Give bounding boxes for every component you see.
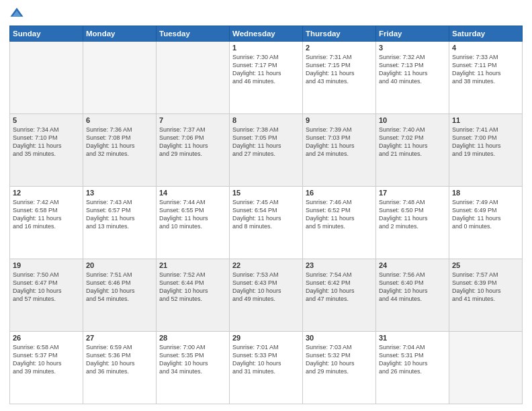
day-number: 19 [13,261,80,269]
day-info: Sunrise: 7:34 AM Sunset: 7:10 PM Dayligh… [13,126,80,158]
day-info: Sunrise: 7:50 AM Sunset: 6:47 PM Dayligh… [13,271,80,304]
day-info: Sunrise: 7:53 AM Sunset: 6:43 PM Dayligh… [232,271,300,304]
calendar-cell: 16Sunrise: 7:46 AM Sunset: 6:52 PM Dayli… [303,187,376,259]
calendar-cell [10,42,83,114]
day-number: 17 [379,189,446,197]
logo [9,7,27,21]
day-number: 25 [452,261,519,269]
calendar-cell: 8Sunrise: 7:38 AM Sunset: 7:05 PM Daylig… [230,114,303,187]
day-number: 20 [86,261,153,269]
day-number: 30 [306,334,373,342]
day-info: Sunrise: 7:04 AM Sunset: 5:31 PM Dayligh… [379,343,446,376]
calendar-row-2: 12Sunrise: 7:42 AM Sunset: 6:58 PM Dayli… [10,187,523,259]
day-number: 28 [159,334,226,342]
calendar-cell [83,42,157,114]
calendar-cell: 21Sunrise: 7:52 AM Sunset: 6:44 PM Dayli… [157,259,230,332]
calendar-cell [449,332,523,404]
day-number: 15 [232,189,300,197]
day-info: Sunrise: 7:56 AM Sunset: 6:40 PM Dayligh… [379,271,446,304]
calendar-cell: 12Sunrise: 7:42 AM Sunset: 6:58 PM Dayli… [10,187,83,259]
day-info: Sunrise: 7:01 AM Sunset: 5:33 PM Dayligh… [232,343,300,376]
day-number: 23 [306,261,373,269]
header-sunday: Sunday [10,26,83,42]
calendar-cell: 4Sunrise: 7:33 AM Sunset: 7:11 PM Daylig… [449,42,523,114]
day-number: 7 [159,116,226,124]
header-saturday: Saturday [449,26,523,42]
day-number: 31 [379,334,446,342]
calendar-cell: 14Sunrise: 7:44 AM Sunset: 6:55 PM Dayli… [157,187,230,259]
page: SundayMondayTuesdayWednesdayThursdayFrid… [0,0,532,411]
day-info: Sunrise: 7:00 AM Sunset: 5:35 PM Dayligh… [159,343,226,376]
day-number: 3 [379,44,446,52]
calendar-row-1: 5Sunrise: 7:34 AM Sunset: 7:10 PM Daylig… [10,114,523,187]
calendar-row-4: 26Sunrise: 6:58 AM Sunset: 5:37 PM Dayli… [10,332,523,404]
header-wednesday: Wednesday [230,26,303,42]
calendar-cell: 19Sunrise: 7:50 AM Sunset: 6:47 PM Dayli… [10,259,83,332]
day-info: Sunrise: 7:03 AM Sunset: 5:32 PM Dayligh… [306,343,373,376]
day-info: Sunrise: 7:44 AM Sunset: 6:55 PM Dayligh… [159,198,226,231]
calendar-cell: 26Sunrise: 6:58 AM Sunset: 5:37 PM Dayli… [10,332,83,404]
day-number: 21 [159,261,226,269]
calendar-cell: 6Sunrise: 7:36 AM Sunset: 7:08 PM Daylig… [83,114,157,187]
calendar-cell: 13Sunrise: 7:43 AM Sunset: 6:57 PM Dayli… [83,187,157,259]
day-number: 12 [13,189,80,197]
day-number: 26 [13,334,80,342]
calendar-cell: 17Sunrise: 7:48 AM Sunset: 6:50 PM Dayli… [376,187,449,259]
day-number: 10 [379,116,446,124]
day-number: 22 [232,261,300,269]
day-info: Sunrise: 7:54 AM Sunset: 6:42 PM Dayligh… [306,271,373,304]
header-tuesday: Tuesday [157,26,230,42]
calendar-cell: 27Sunrise: 6:59 AM Sunset: 5:36 PM Dayli… [83,332,157,404]
header [9,7,523,21]
calendar-cell: 24Sunrise: 7:56 AM Sunset: 6:40 PM Dayli… [376,259,449,332]
day-number: 13 [86,189,153,197]
calendar-cell: 30Sunrise: 7:03 AM Sunset: 5:32 PM Dayli… [303,332,376,404]
day-number: 9 [306,116,373,124]
day-info: Sunrise: 6:59 AM Sunset: 5:36 PM Dayligh… [86,343,153,376]
calendar-cell: 7Sunrise: 7:37 AM Sunset: 7:06 PM Daylig… [157,114,230,187]
day-number: 1 [232,44,300,52]
day-info: Sunrise: 7:40 AM Sunset: 7:02 PM Dayligh… [379,126,446,158]
calendar-cell: 31Sunrise: 7:04 AM Sunset: 5:31 PM Dayli… [376,332,449,404]
calendar-cell: 2Sunrise: 7:31 AM Sunset: 7:15 PM Daylig… [303,42,376,114]
day-info: Sunrise: 7:32 AM Sunset: 7:13 PM Dayligh… [379,53,446,86]
calendar-row-3: 19Sunrise: 7:50 AM Sunset: 6:47 PM Dayli… [10,259,523,332]
day-info: Sunrise: 6:58 AM Sunset: 5:37 PM Dayligh… [13,343,80,376]
day-number: 16 [306,189,373,197]
calendar-cell [157,42,230,114]
day-info: Sunrise: 7:57 AM Sunset: 6:39 PM Dayligh… [452,271,519,304]
day-number: 14 [159,189,226,197]
day-number: 27 [86,334,153,342]
day-info: Sunrise: 7:36 AM Sunset: 7:08 PM Dayligh… [86,126,153,158]
day-info: Sunrise: 7:45 AM Sunset: 6:54 PM Dayligh… [232,198,300,231]
day-info: Sunrise: 7:42 AM Sunset: 6:58 PM Dayligh… [13,198,80,231]
calendar-cell: 25Sunrise: 7:57 AM Sunset: 6:39 PM Dayli… [449,259,523,332]
calendar-cell: 1Sunrise: 7:30 AM Sunset: 7:17 PM Daylig… [230,42,303,114]
day-info: Sunrise: 7:51 AM Sunset: 6:46 PM Dayligh… [86,271,153,304]
day-info: Sunrise: 7:41 AM Sunset: 7:00 PM Dayligh… [452,126,519,158]
calendar-cell: 23Sunrise: 7:54 AM Sunset: 6:42 PM Dayli… [303,259,376,332]
calendar-table: SundayMondayTuesdayWednesdayThursdayFrid… [9,26,523,404]
day-info: Sunrise: 7:49 AM Sunset: 6:49 PM Dayligh… [452,198,519,231]
day-number: 18 [452,189,519,197]
day-info: Sunrise: 7:31 AM Sunset: 7:15 PM Dayligh… [306,53,373,86]
calendar-header-row: SundayMondayTuesdayWednesdayThursdayFrid… [10,26,523,42]
day-info: Sunrise: 7:43 AM Sunset: 6:57 PM Dayligh… [86,198,153,231]
header-monday: Monday [83,26,157,42]
day-number: 6 [86,116,153,124]
calendar-cell: 18Sunrise: 7:49 AM Sunset: 6:49 PM Dayli… [449,187,523,259]
day-info: Sunrise: 7:46 AM Sunset: 6:52 PM Dayligh… [306,198,373,231]
logo-icon [9,7,24,21]
day-info: Sunrise: 7:37 AM Sunset: 7:06 PM Dayligh… [159,126,226,158]
day-info: Sunrise: 7:30 AM Sunset: 7:17 PM Dayligh… [232,53,300,86]
day-info: Sunrise: 7:38 AM Sunset: 7:05 PM Dayligh… [232,126,300,158]
day-number: 29 [232,334,300,342]
header-thursday: Thursday [303,26,376,42]
day-number: 11 [452,116,519,124]
day-number: 8 [232,116,300,124]
calendar-cell: 22Sunrise: 7:53 AM Sunset: 6:43 PM Dayli… [230,259,303,332]
calendar-cell: 3Sunrise: 7:32 AM Sunset: 7:13 PM Daylig… [376,42,449,114]
calendar-cell: 11Sunrise: 7:41 AM Sunset: 7:00 PM Dayli… [449,114,523,187]
day-number: 5 [13,116,80,124]
day-info: Sunrise: 7:48 AM Sunset: 6:50 PM Dayligh… [379,198,446,231]
